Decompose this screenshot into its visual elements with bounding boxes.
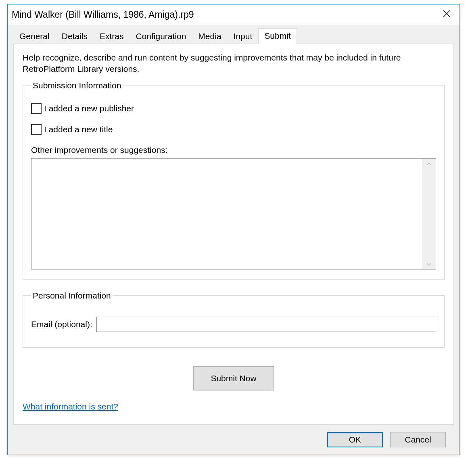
other-improvements-textarea[interactable]: [31, 159, 422, 269]
tab-extras[interactable]: Extras: [94, 29, 130, 44]
tab-media[interactable]: Media: [192, 29, 227, 44]
email-label: Email (optional):: [31, 319, 92, 329]
close-icon: [443, 10, 451, 19]
checkbox-publisher-label: I added a new publisher: [44, 104, 134, 113]
email-row: Email (optional):: [31, 317, 436, 332]
tab-general[interactable]: General: [13, 29, 56, 44]
checkbox-title[interactable]: [31, 124, 42, 135]
window-title: Mind Walker (Bill Williams, 1986, Amiga)…: [12, 9, 437, 20]
checkbox-title-label: I added a new title: [44, 125, 113, 134]
help-text: Help recognize, describe and run content…: [23, 52, 445, 75]
tab-details[interactable]: Details: [56, 29, 94, 44]
tab-panel-submit: Help recognize, describe and run content…: [13, 44, 454, 425]
tab-strip: General Details Extras Configuration Med…: [13, 28, 454, 44]
button-bar: OK Cancel: [13, 425, 454, 455]
other-improvements-textarea-wrap: [31, 158, 436, 269]
checkbox-row-publisher[interactable]: I added a new publisher: [31, 103, 436, 114]
other-improvements-label: Other improvements or suggestions:: [31, 145, 436, 155]
textarea-scrollbar[interactable]: [422, 159, 436, 269]
cancel-button[interactable]: Cancel: [390, 432, 446, 447]
email-input[interactable]: [96, 317, 436, 332]
scroll-up-icon[interactable]: [426, 160, 431, 167]
titlebar: Mind Walker (Bill Williams, 1986, Amiga)…: [8, 4, 460, 25]
tab-input[interactable]: Input: [228, 29, 259, 44]
dialog-window: Mind Walker (Bill Williams, 1986, Amiga)…: [7, 4, 460, 455]
submission-information-legend: Submission Information: [31, 81, 123, 90]
tab-submit[interactable]: Submit: [258, 28, 297, 44]
personal-information-group: Personal Information Email (optional):: [23, 291, 445, 348]
submit-row: Submit Now: [23, 366, 445, 390]
tab-configuration[interactable]: Configuration: [130, 29, 192, 44]
submit-now-button[interactable]: Submit Now: [193, 366, 274, 390]
checkbox-row-title[interactable]: I added a new title: [31, 124, 436, 135]
submission-information-group: Submission Information I added a new pub…: [23, 81, 445, 280]
checkbox-publisher[interactable]: [31, 103, 42, 114]
ok-button[interactable]: OK: [327, 432, 383, 447]
scroll-down-icon[interactable]: [426, 261, 431, 267]
close-button[interactable]: [437, 5, 456, 24]
content-area: General Details Extras Configuration Med…: [8, 25, 460, 455]
personal-information-legend: Personal Information: [31, 291, 113, 301]
what-information-link[interactable]: What information is sent?: [23, 402, 118, 411]
